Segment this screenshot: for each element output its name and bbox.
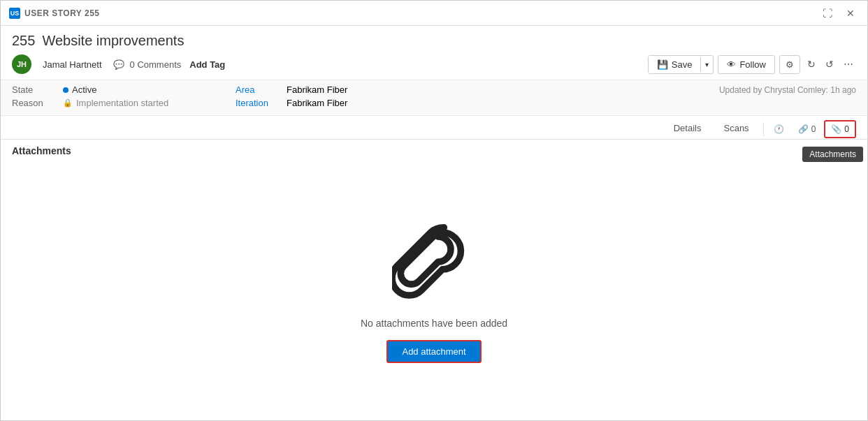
avatar: JH: [12, 54, 31, 74]
follow-button[interactable]: 👁 Follow: [718, 55, 775, 74]
main-window: US USER STORY 255 ⛶ ✕ 255 Website improv…: [0, 0, 868, 421]
save-icon: 💾: [657, 59, 668, 70]
large-paperclip-icon: [392, 220, 476, 304]
fields-left: State Active Reason 🔒 Implementation sta…: [12, 84, 236, 111]
link-icon: 🔗: [798, 124, 809, 134]
reason-value: 🔒 Implementation started: [63, 98, 168, 108]
undo-button[interactable]: ↺: [823, 56, 837, 73]
no-attachments-text: No attachments have been added: [361, 318, 507, 329]
state-label: State: [12, 84, 57, 95]
attachments-body: No attachments have been added Add attac…: [15, 176, 853, 406]
add-attachment-button[interactable]: Add attachment: [386, 340, 481, 363]
settings-button[interactable]: ⚙: [779, 55, 800, 74]
more-button[interactable]: ⋯: [841, 56, 856, 73]
user-story-icon: US: [9, 8, 20, 19]
story-name: Website improvements: [42, 33, 184, 49]
history-icon: 🕐: [774, 124, 784, 134]
tab-details[interactable]: Details: [664, 119, 711, 139]
title-bar-controls: ⛶ ✕: [818, 6, 859, 20]
state-field-row: State Active: [12, 84, 236, 95]
area-label[interactable]: Area: [236, 84, 281, 95]
reason-field-row: Reason 🔒 Implementation started: [12, 98, 236, 108]
attachments-section-header: Attachments: [1, 140, 82, 162]
state-dot-icon: [63, 87, 68, 93]
comment-icon: 💬: [113, 59, 124, 70]
save-caret-button[interactable]: ▾: [700, 57, 713, 72]
iteration-label[interactable]: Iteration: [236, 98, 281, 108]
tabs-section: Details Scans 🕐 🔗 0 📎 0 Attachments: [1, 116, 867, 140]
tab-divider: [763, 122, 764, 136]
story-meta: JH Jamal Hartnett 💬 0 Comments Add Tag 💾…: [12, 54, 856, 80]
follow-eye-icon: 👁: [727, 59, 736, 70]
title-bar: US USER STORY 255 ⛶ ✕: [1, 1, 867, 26]
save-button-group: 💾 Save ▾: [648, 55, 714, 74]
story-number: 255: [12, 33, 35, 49]
links-button[interactable]: 🔗 0: [793, 121, 822, 137]
comments-count[interactable]: 0 Comments: [130, 59, 182, 70]
attachments-tooltip: Attachments: [802, 147, 863, 162]
tab-scans[interactable]: Scans: [714, 119, 758, 139]
area-value: Fabrikam Fiber: [287, 84, 347, 95]
lock-icon: 🔒: [63, 98, 73, 108]
iteration-field-row: Iteration Fabrikam Fiber: [236, 98, 856, 108]
fields-right: Area Fabrikam Fiber Updated by Chrystal …: [236, 84, 856, 108]
area-field-row: Area Fabrikam Fiber: [236, 84, 347, 95]
close-button[interactable]: ✕: [842, 6, 859, 20]
reason-label: Reason: [12, 98, 57, 108]
title-bar-left: US USER STORY 255: [9, 8, 100, 19]
title-bar-text: USER STORY 255: [24, 8, 100, 18]
story-meta-right: 💾 Save ▾ 👁 Follow ⚙ ↻ ↺ ⋯: [648, 55, 856, 74]
author-name: Jamal Hartnett: [43, 59, 102, 70]
main-content: No attachments have been added Add attac…: [1, 162, 867, 420]
comments-area: 💬 0 Comments Add Tag: [113, 58, 229, 71]
fields-area: State Active Reason 🔒 Implementation sta…: [1, 80, 867, 116]
history-button[interactable]: 🕐: [768, 121, 790, 137]
content-header: 255 Website improvements JH Jamal Hartne…: [1, 26, 867, 80]
story-title: 255 Website improvements: [12, 33, 856, 49]
add-tag-button[interactable]: Add Tag: [187, 58, 228, 71]
iteration-value: Fabrikam Fiber: [287, 98, 347, 108]
attachments-tab[interactable]: 📎 0: [824, 120, 856, 138]
state-value: Active: [63, 84, 96, 95]
story-meta-left: JH Jamal Hartnett 💬 0 Comments Add Tag: [12, 54, 228, 74]
updated-text: Updated by Chrystal Comley: 1h ago: [347, 85, 856, 95]
paperclip-tab-icon: 📎: [831, 124, 841, 134]
refresh-button[interactable]: ↻: [804, 56, 818, 73]
minimize-button[interactable]: ⛶: [818, 6, 837, 20]
save-main-button[interactable]: 💾 Save: [649, 56, 701, 73]
attachments-tab-container: 📎 0 Attachments: [824, 120, 856, 138]
